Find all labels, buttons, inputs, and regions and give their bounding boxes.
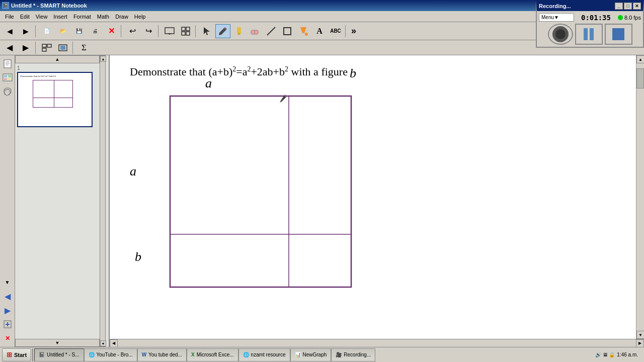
- recording-buttons: [539, 24, 641, 45]
- save-button[interactable]: 💾: [71, 24, 87, 38]
- sidebar-add-page[interactable]: [1, 318, 14, 331]
- start-button[interactable]: ⊞ Start: [2, 348, 31, 361]
- fill-tool[interactable]: [296, 24, 311, 38]
- back-button[interactable]: ◀: [2, 24, 17, 38]
- tb2-sep-2: [72, 42, 74, 54]
- menu-insert[interactable]: Insert: [50, 13, 70, 21]
- more-button[interactable]: »: [351, 26, 356, 36]
- systray-time: 1:46 a.m.: [617, 352, 638, 357]
- svg-rect-21: [4, 60, 11, 68]
- taskbar-item-nzamt[interactable]: 🌐 nzamt resource: [238, 348, 290, 361]
- horizontal-scrollbar[interactable]: ◀ ▶: [110, 339, 644, 347]
- taskbar-label-newgraph: NewGraph: [303, 352, 327, 357]
- eraser-tool[interactable]: [248, 24, 263, 38]
- highlighter-tool[interactable]: [231, 24, 247, 38]
- undo-button[interactable]: ↩: [125, 24, 140, 38]
- recording-menu-dropdown[interactable]: Menu▼: [539, 13, 574, 22]
- scroll-up-arrow[interactable]: ▲: [636, 55, 644, 63]
- taskbar-item-newgraph[interactable]: 📊 NewGraph: [290, 348, 332, 361]
- taskbar-label-youtubedoc: You tube ded...: [148, 352, 182, 357]
- thumbnail-panel: ▲ 1 Demonstrate that (a+b)²=a²+2ab+b² ▼ …: [15, 55, 110, 347]
- abc-tool[interactable]: ABC: [328, 24, 343, 38]
- thumb-v-scroll-track: [100, 62, 105, 340]
- vertical-scrollbar[interactable]: ▲ ▼: [636, 55, 644, 339]
- h-scroll-left[interactable]: ◀: [110, 339, 118, 347]
- full-screen[interactable]: [55, 41, 70, 55]
- svg-rect-16: [42, 44, 46, 47]
- thumb-panel-scrollbar[interactable]: ▲ ▼: [100, 55, 106, 347]
- sidebar-nav-prev[interactable]: ◀: [1, 290, 14, 303]
- taskbar-icon-recording: 🎥: [336, 352, 342, 357]
- shape-tool[interactable]: [280, 24, 295, 38]
- taskbar-item-youtubedoc[interactable]: W You tube ded...: [137, 348, 187, 361]
- toolbar-sep-5: [345, 25, 347, 37]
- line-tool[interactable]: [264, 24, 279, 38]
- taskbar-label-excel: Microsoft Exce...: [197, 352, 234, 357]
- taskbar-icon-newgraph: 📊: [295, 352, 301, 357]
- close-doc-button[interactable]: ✕: [104, 24, 119, 38]
- scroll-track[interactable]: [636, 63, 644, 331]
- redo-button[interactable]: ↪: [141, 24, 156, 38]
- svg-rect-26: [4, 75, 7, 77]
- menu-edit[interactable]: Edit: [17, 13, 33, 21]
- pen-cursor: [279, 94, 289, 108]
- print-button[interactable]: 🖨: [88, 24, 103, 38]
- screen-button[interactable]: [162, 24, 177, 38]
- nav-prev[interactable]: ◀: [2, 41, 17, 55]
- svg-rect-6: [186, 32, 190, 35]
- sidebar-gallery-btn[interactable]: [1, 71, 14, 84]
- new-button[interactable]: 📄: [39, 24, 54, 38]
- toolbar-sep-4: [195, 25, 197, 37]
- menu-file[interactable]: File: [2, 13, 17, 21]
- taskbar-icon-youtubedoc: W: [142, 352, 146, 357]
- taskbar-item-excel[interactable]: X Microsoft Exce...: [187, 348, 238, 361]
- sidebar-nav-next[interactable]: ▶: [1, 304, 14, 317]
- menu-draw[interactable]: Draw: [112, 13, 131, 21]
- taskbar-item-recording[interactable]: 🎥 Recording...: [331, 348, 375, 361]
- open-button[interactable]: 📂: [55, 24, 70, 38]
- stop-button[interactable]: [605, 24, 632, 45]
- sidebar-scroll-down[interactable]: ▼: [1, 276, 14, 289]
- svg-rect-0: [165, 28, 174, 34]
- sidebar-attachments-btn[interactable]: [1, 85, 14, 99]
- diagram-area: a b a b: [160, 94, 371, 305]
- thumb-v-scroll-up[interactable]: ▲: [100, 56, 106, 62]
- canvas-area[interactable]: Demonstrate that (a+b)2=a2+2ab+b2 with a…: [110, 55, 636, 339]
- svg-rect-39: [584, 28, 588, 40]
- rec-close[interactable]: ✕: [633, 3, 641, 10]
- rec-minimize[interactable]: _: [615, 3, 623, 10]
- fps-value: 8.0 fps: [624, 15, 641, 21]
- svg-rect-17: [47, 44, 51, 47]
- thumb-v-scroll-down[interactable]: ▼: [100, 340, 106, 346]
- svg-rect-14: [284, 28, 291, 35]
- slide-preview-1[interactable]: Demonstrate that (a+b)²=a²+2ab+b²: [17, 72, 93, 127]
- taskbar-label-recording: Recording...: [344, 352, 371, 357]
- pause-button[interactable]: [575, 24, 603, 45]
- scroll-down-arrow[interactable]: ▼: [636, 331, 644, 339]
- scroll-thumb[interactable]: [636, 68, 644, 88]
- menu-help[interactable]: Help: [131, 13, 149, 21]
- taskbar-item-youtube[interactable]: 🌐 YouTube - Bro...: [84, 348, 137, 361]
- menu-math[interactable]: Math: [94, 13, 112, 21]
- zoom-fit[interactable]: [39, 41, 54, 55]
- grid-button[interactable]: [178, 24, 193, 38]
- forward-button[interactable]: ▶: [18, 24, 33, 38]
- thumb-scroll-down[interactable]: ▼: [15, 339, 100, 347]
- sidebar-delete-page[interactable]: ✕: [1, 332, 14, 345]
- record-button[interactable]: [548, 24, 573, 45]
- thumb-area: 1 Demonstrate that (a+b)²=a²+2ab+b²: [15, 63, 100, 339]
- nav-next[interactable]: ▶: [18, 41, 33, 55]
- select-tool[interactable]: [199, 24, 214, 38]
- thumb-scroll-up[interactable]: ▲: [15, 55, 100, 63]
- menu-view[interactable]: View: [33, 13, 51, 21]
- h-scroll-right[interactable]: ▶: [636, 339, 644, 347]
- sigma-tool[interactable]: Σ: [76, 41, 92, 55]
- rec-maximize[interactable]: □: [624, 3, 632, 10]
- taskbar-item-notebook[interactable]: 📓 Untitled * - S...: [34, 348, 84, 361]
- recording-content: Menu▼ 0:01:35 8.0 fps: [537, 11, 643, 47]
- pen-tool[interactable]: [215, 24, 230, 38]
- text-tool[interactable]: A: [312, 24, 327, 38]
- menu-format[interactable]: Format: [70, 13, 94, 21]
- sidebar-page-btn[interactable]: [1, 57, 14, 70]
- systray: 🔊 🖥 🔒 1:46 a.m.: [591, 352, 642, 357]
